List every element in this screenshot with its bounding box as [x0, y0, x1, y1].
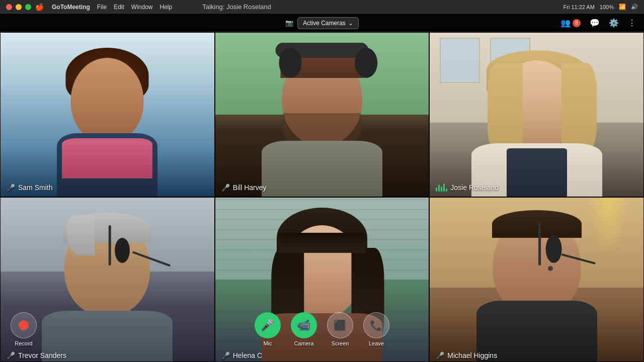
video-cell-sam: 🎤 Sam Smith [0, 32, 215, 197]
participants-icon: 👥 [560, 18, 571, 28]
record-label: Record [15, 340, 32, 346]
participants-count: 8 [573, 19, 581, 27]
time-display: Fri 11:22 AM [564, 4, 595, 10]
participants-button[interactable]: 👥 8 [560, 18, 581, 28]
menu-window[interactable]: Window [131, 4, 153, 11]
leave-button[interactable]: 📞 Leave [363, 312, 389, 346]
volume-icon: 🔊 [631, 4, 638, 10]
mic-icon: 🎤 [261, 319, 274, 332]
mic-label: Mic [263, 340, 272, 346]
mic-circle: 🎤 [255, 312, 281, 338]
josie-name-label: Josie Roseland [436, 184, 499, 192]
trevor-mic-icon: 🎤 [7, 351, 15, 359]
bill-mic-icon: 🎤 [221, 184, 230, 192]
screen-circle: ⬛ [327, 312, 353, 338]
camera-icon: 📹 [297, 319, 310, 332]
titlebar: 🍎 GoToMeeting File Edit Window Help Talk… [0, 0, 644, 14]
video-cell-helena: 🎤 Mic 📹 Camera ⬛ Screen 📞 [215, 197, 430, 362]
mic-button[interactable]: 🎤 Mic [255, 312, 281, 346]
leave-icon: 📞 [370, 319, 382, 331]
josie-person-art [430, 33, 643, 197]
talking-status: Talking: Josie Roseland [202, 3, 271, 11]
more-button[interactable]: ⋮ [628, 18, 636, 28]
screen-label: Screen [332, 340, 349, 346]
bill-name-label: 🎤 Bill Harvey [221, 184, 267, 192]
titlebar-left: 🍎 GoToMeeting File Edit Window Help [6, 3, 172, 11]
menu-file[interactable]: File [97, 4, 107, 11]
meeting-toolbar: 📷 Active Cameras ⌄ 👥 8 💬 ⚙️ ⋮ [0, 14, 644, 32]
minimize-button[interactable] [16, 4, 22, 10]
status-icons: Fri 11:22 AM 100% 📶 🔊 [564, 4, 638, 10]
josie-speaking-icon [436, 184, 447, 192]
leave-label: Leave [369, 340, 384, 346]
active-cameras-label: Active Cameras [303, 20, 346, 27]
wifi-icon: 📶 [619, 4, 626, 10]
record-dot-icon [19, 320, 29, 330]
video-cell-trevor: Record 🎤 Trevor Sanders [0, 197, 215, 362]
sam-mic-icon: 🎤 [7, 184, 15, 192]
camera-view-icon: 📷 [285, 19, 293, 27]
screen-icon: ⬛ [334, 319, 346, 331]
meeting-controls: 🎤 Mic 📹 Camera ⬛ Screen 📞 [255, 312, 389, 346]
record-circle [11, 312, 37, 338]
view-selector[interactable]: 📷 Active Cameras ⌄ [215, 17, 429, 29]
bill-person-art [215, 33, 429, 197]
screen-button[interactable]: ⬛ Screen [327, 312, 353, 346]
app-name[interactable]: GoToMeeting [52, 4, 90, 11]
toolbar-actions: 👥 8 💬 ⚙️ ⋮ [429, 18, 636, 28]
settings-button[interactable]: ⚙️ [609, 18, 619, 28]
bill-name: Bill Harvey [233, 184, 267, 192]
sam-name: Sam Smith [18, 184, 52, 192]
menu-help[interactable]: Help [160, 4, 173, 11]
sam-name-label: 🎤 Sam Smith [7, 184, 52, 192]
video-cell-michael: 🎤 Michael Higgins [429, 197, 644, 362]
michael-name-label: 🎤 Michael Higgins [436, 351, 497, 359]
video-cell-bill: 🎤 Bill Harvey [215, 32, 430, 197]
video-grid: 🎤 Sam Smith 🎤 Bill Harvey [0, 32, 644, 362]
josie-name: Josie Roseland [450, 184, 499, 192]
close-button[interactable] [6, 4, 12, 10]
michael-mic-icon: 🎤 [436, 351, 444, 359]
camera-circle: 📹 [291, 312, 317, 338]
michael-name: Michael Higgins [447, 351, 497, 359]
active-cameras-button[interactable]: Active Cameras ⌄ [297, 17, 359, 29]
maximize-button[interactable] [25, 4, 31, 10]
michael-person-art [430, 198, 643, 361]
sam-person-art [1, 33, 214, 197]
video-cell-josie: Josie Roseland [429, 32, 644, 197]
menu-edit[interactable]: Edit [114, 4, 124, 11]
leave-circle: 📞 [363, 312, 389, 338]
chevron-icon: ⌄ [348, 20, 353, 27]
window-controls [6, 4, 31, 10]
chat-button[interactable]: 💬 [590, 18, 600, 28]
trevor-name-label: 🎤 Trevor Sanders [7, 351, 66, 359]
trevor-name: Trevor Sanders [18, 351, 66, 359]
record-button[interactable]: Record [11, 312, 37, 346]
helena-mic-icon: 🎤 [221, 351, 230, 359]
titlebar-right: Fri 11:22 AM 100% 📶 🔊 [564, 4, 638, 10]
camera-label: Camera [294, 340, 313, 346]
apple-logo-icon: 🍎 [35, 3, 44, 11]
menu-bar: GoToMeeting File Edit Window Help [52, 4, 172, 11]
battery-display: 100% [600, 4, 614, 10]
camera-button[interactable]: 📹 Camera [291, 312, 317, 346]
